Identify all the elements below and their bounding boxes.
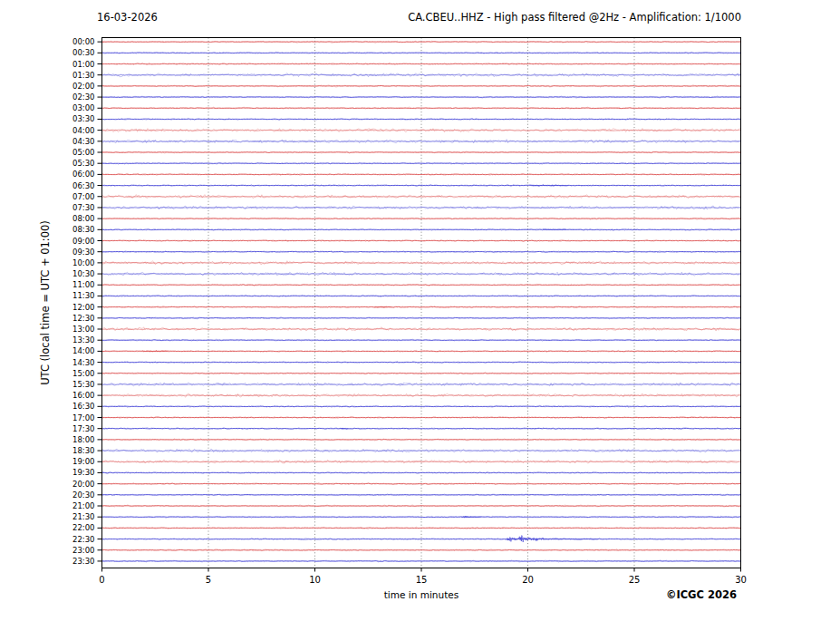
- trace-row: [102, 549, 741, 550]
- trace-row: [102, 373, 741, 374]
- y-tick-label: 04:30: [72, 137, 95, 146]
- trace-row: [102, 417, 741, 418]
- trace-row: [102, 251, 741, 252]
- y-tick-label: 23:00: [72, 546, 95, 555]
- y-tick-label: 16:00: [72, 391, 95, 400]
- trace-row: [102, 428, 741, 429]
- y-tick-label: 18:00: [72, 435, 95, 444]
- y-tick-label: 08:00: [72, 214, 95, 223]
- y-tick-label: 19:30: [72, 468, 95, 477]
- trace-row: [102, 42, 741, 43]
- trace-row: [102, 517, 741, 518]
- helicorder-figure: 16-03-2026 CA.CBEU..HHZ - High pass filt…: [0, 0, 840, 631]
- x-tick-label: 5: [206, 575, 211, 585]
- y-tick-label: 17:30: [72, 424, 95, 433]
- y-tick-label: 23:30: [72, 557, 95, 566]
- x-axis-label: time in minutes: [384, 589, 459, 600]
- y-tick-label: 02:30: [72, 92, 95, 102]
- trace-row: [102, 506, 741, 507]
- y-tick-label: 15:00: [72, 369, 95, 378]
- trace-row: [102, 63, 741, 64]
- y-tick-label: 10:00: [72, 258, 95, 267]
- trace-row: [102, 362, 741, 363]
- trace-row: [102, 328, 741, 329]
- y-tick-label: 05:30: [72, 159, 95, 168]
- helicorder-plot: 05101520253000:0000:3001:0001:3002:0002:…: [0, 0, 840, 631]
- y-tick-label: 10:30: [72, 269, 95, 278]
- y-tick-label: 15:30: [72, 380, 95, 389]
- trace-row: [102, 196, 741, 197]
- y-tick-label: 16:30: [72, 402, 95, 411]
- copyright-text: ©ICGC 2026: [666, 588, 737, 601]
- y-tick-label: 20:30: [72, 490, 95, 500]
- y-tick-label: 05:00: [72, 148, 95, 157]
- trace-row: [102, 185, 741, 186]
- y-tick-label: 09:00: [72, 237, 95, 246]
- y-tick-label: 03:30: [72, 114, 95, 123]
- trace-row: [102, 174, 741, 175]
- y-tick-label: 20:00: [72, 480, 95, 489]
- trace-row: [102, 285, 741, 286]
- x-tick-label: 15: [416, 575, 428, 585]
- y-tick-label: 03:00: [72, 103, 95, 112]
- trace-row: [102, 108, 741, 109]
- y-tick-label: 22:30: [72, 535, 95, 544]
- y-tick-label: 18:30: [72, 446, 95, 455]
- y-tick-label: 11:00: [72, 280, 95, 289]
- y-tick-label: 12:00: [72, 303, 95, 312]
- y-tick-label: 14:30: [72, 358, 95, 367]
- y-tick-label: 21:30: [72, 512, 95, 521]
- trace-row: [102, 351, 741, 352]
- trace-row: [102, 483, 741, 484]
- trace-row: [102, 406, 741, 407]
- y-tick-label: 17:00: [72, 413, 95, 422]
- trace-row: [102, 539, 741, 539]
- y-tick-label: 13:00: [72, 325, 95, 334]
- y-tick-label: 02:00: [72, 82, 95, 91]
- y-tick-label: 22:00: [72, 523, 95, 532]
- x-tick-label: 0: [99, 575, 104, 585]
- y-tick-label: 00:00: [72, 37, 95, 46]
- trace-row: [102, 296, 741, 296]
- y-tick-label: 19:00: [72, 457, 95, 466]
- y-tick-label: 01:00: [72, 60, 95, 69]
- trace-row: [102, 528, 741, 529]
- y-tick-label: 06:30: [72, 181, 95, 190]
- trace-row: [102, 494, 741, 495]
- trace-row: [102, 340, 741, 341]
- event-trace: [507, 536, 598, 542]
- trace-row: [102, 306, 741, 307]
- x-tick-label: 25: [629, 575, 641, 585]
- y-tick-label: 14:00: [72, 346, 95, 355]
- trace-row: [102, 472, 741, 473]
- x-tick-label: 30: [735, 575, 747, 585]
- y-tick-label: 11:30: [72, 291, 95, 300]
- y-tick-label: 13:30: [72, 335, 95, 345]
- y-tick-label: 00:30: [72, 48, 95, 57]
- y-tick-label: 01:30: [72, 71, 95, 80]
- y-tick-label: 07:30: [72, 203, 95, 212]
- trace-row: [102, 152, 741, 153]
- trace-row: [102, 119, 741, 120]
- trace-row: [102, 229, 741, 230]
- y-tick-label: 09:30: [72, 248, 95, 257]
- y-tick-label: 04:00: [72, 126, 95, 135]
- y-tick-label: 21:00: [72, 501, 95, 510]
- x-tick-label: 10: [309, 575, 321, 585]
- y-tick-label: 07:00: [72, 192, 95, 201]
- trace-row: [102, 218, 741, 219]
- y-tick-label: 12:30: [72, 314, 95, 323]
- x-tick-label: 20: [522, 575, 534, 585]
- y-tick-label: 06:00: [72, 170, 95, 179]
- y-tick-label: 08:30: [72, 225, 95, 234]
- trace-row: [102, 317, 741, 318]
- trace-row: [102, 97, 741, 98]
